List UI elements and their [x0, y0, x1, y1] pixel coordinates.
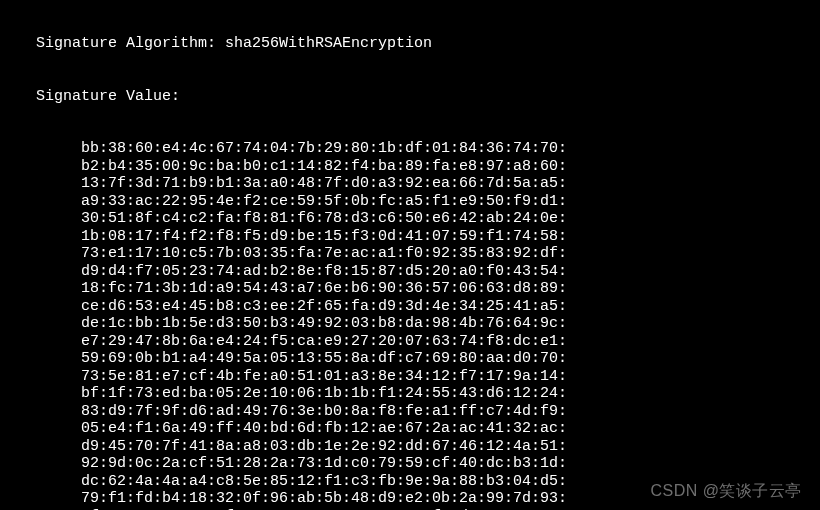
signature-hex-line: 30:51:8f:c4:c2:fa:f8:81:f6:78:d3:c6:50:e… [0, 210, 820, 228]
signature-hex-line: 83:d9:7f:9f:d6:ad:49:76:3e:b0:8a:f8:fe:a… [0, 403, 820, 421]
signature-hex-line: d9:d4:f7:05:23:74:ad:b2:8e:f8:15:87:d5:2… [0, 263, 820, 281]
signature-hex-block: bb:38:60:e4:4c:67:74:04:7b:29:80:1b:df:0… [0, 140, 820, 510]
signature-hex-line: 13:7f:3d:71:b9:b1:3a:a0:48:7f:d0:a3:92:e… [0, 175, 820, 193]
signature-value-label: Signature Value: [0, 88, 820, 106]
signature-hex-line: 92:9d:0c:2a:cf:51:28:2a:73:1d:c0:79:59:c… [0, 455, 820, 473]
terminal-output: Signature Algorithm: sha256WithRSAEncryp… [0, 0, 820, 510]
signature-hex-line: de:1c:bb:1b:5e:d3:50:b3:49:92:03:b8:da:9… [0, 315, 820, 333]
signature-hex-line: bf:1f:73:ed:ba:05:2e:10:06:1b:1b:f1:24:5… [0, 385, 820, 403]
signature-algorithm-line: Signature Algorithm: sha256WithRSAEncryp… [0, 35, 820, 53]
signature-hex-line: a9:33:ac:22:95:4e:f2:ce:59:5f:0b:fc:a5:f… [0, 193, 820, 211]
signature-hex-line: 73:e1:17:10:c5:7b:03:35:fa:7e:ac:a1:f0:9… [0, 245, 820, 263]
signature-hex-line: 05:e4:f1:6a:49:ff:40:bd:6d:fb:12:ae:67:2… [0, 420, 820, 438]
signature-hex-line: e7:29:47:8b:6a:e4:24:f5:ca:e9:27:20:07:6… [0, 333, 820, 351]
signature-hex-line: d9:45:70:7f:41:8a:a8:03:db:1e:2e:92:dd:6… [0, 438, 820, 456]
signature-hex-line: 1b:08:17:f4:f2:f8:f5:d9:be:15:f3:0d:41:0… [0, 228, 820, 246]
signature-hex-line: b2:b4:35:00:9c:ba:b0:c1:14:82:f4:ba:89:f… [0, 158, 820, 176]
signature-hex-line: 59:69:0b:b1:a4:49:5a:05:13:55:8a:df:c7:6… [0, 350, 820, 368]
signature-hex-line: 18:fc:71:3b:1d:a9:54:43:a7:6e:b6:90:36:5… [0, 280, 820, 298]
watermark-text: CSDN @笑谈子云亭 [650, 481, 802, 502]
signature-hex-line: bb:38:60:e4:4c:67:74:04:7b:29:80:1b:df:0… [0, 140, 820, 158]
signature-hex-line: 73:5e:81:e7:cf:4b:fe:a0:51:01:a3:8e:34:1… [0, 368, 820, 386]
signature-hex-line: ce:d6:53:e4:45:b8:c3:ee:2f:65:fa:d9:3d:4… [0, 298, 820, 316]
